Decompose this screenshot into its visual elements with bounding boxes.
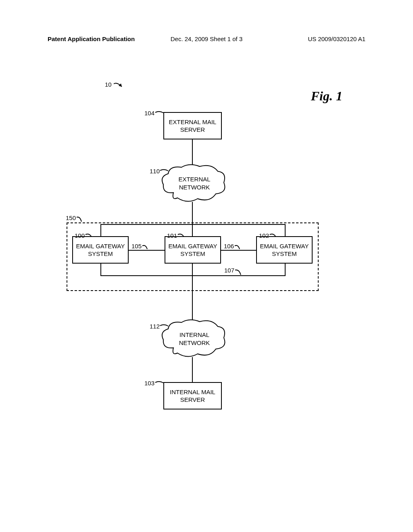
- external-mail-server-label: EXTERNAL MAIL SERVER: [169, 118, 217, 134]
- email-gateway-2-box: EMAIL GATEWAY SYSTEM: [165, 236, 221, 264]
- connector-line: [192, 275, 193, 320]
- internal-mail-server-box: INTERNAL MAIL SERVER: [163, 382, 222, 409]
- ref-label-103: 103: [144, 380, 154, 387]
- system-diagram: 10 EXTERNAL MAIL SERVER 104 EXTERNAL NET…: [46, 80, 365, 475]
- connector-line: [192, 264, 193, 276]
- callout-112: [159, 323, 170, 329]
- ref-label-104: 104: [144, 110, 154, 116]
- ref-label-106: 106: [224, 243, 234, 249]
- connector-line: [100, 264, 101, 276]
- gateway-1-label: EMAIL GATEWAY SYSTEM: [76, 242, 125, 258]
- connector-line: [192, 357, 193, 382]
- header-publication: Patent Application Publication: [48, 35, 135, 42]
- connector-line: [285, 264, 286, 276]
- header-sheet-info: Dec. 24, 2009 Sheet 1 of 3: [171, 35, 242, 42]
- email-gateway-1-box: EMAIL GATEWAY SYSTEM: [72, 236, 129, 264]
- connector-line: [192, 139, 193, 165]
- page-header: Patent Application Publication Dec. 24, …: [0, 35, 413, 42]
- callout-107: [234, 268, 243, 276]
- callout-150: [76, 214, 84, 223]
- callout-104: [154, 110, 165, 116]
- ref-label-110: 110: [150, 168, 160, 175]
- callout-102: [269, 232, 277, 238]
- connector-line: [192, 202, 193, 224]
- gateway-3-label: EMAIL GATEWAY SYSTEM: [260, 242, 309, 258]
- ref-label-105: 105: [131, 243, 142, 249]
- ref-label-112: 112: [150, 323, 160, 330]
- callout-100: [85, 232, 93, 238]
- email-gateway-3-box: EMAIL GATEWAY SYSTEM: [256, 236, 313, 264]
- ref-label-100: 100: [75, 232, 85, 239]
- ref-label-102: 102: [259, 232, 269, 239]
- ref-label-150: 150: [66, 214, 76, 221]
- header-patent-number: US 2009/0320120 A1: [308, 35, 365, 42]
- callout-103: [154, 380, 165, 386]
- gateway-2-label: EMAIL GATEWAY SYSTEM: [169, 242, 217, 258]
- callout-arrow-10: [113, 81, 125, 91]
- external-mail-server-box: EXTERNAL MAIL SERVER: [163, 112, 222, 139]
- callout-105: [142, 243, 150, 251]
- ref-label-101: 101: [167, 232, 177, 239]
- connector-line: [100, 275, 286, 276]
- callout-110: [159, 168, 170, 174]
- internal-mail-server-label: INTERNAL MAIL SERVER: [170, 388, 215, 404]
- callout-101: [177, 232, 185, 238]
- ref-label-10: 10: [105, 81, 112, 88]
- callout-106: [234, 243, 242, 251]
- ref-label-107: 107: [224, 267, 234, 274]
